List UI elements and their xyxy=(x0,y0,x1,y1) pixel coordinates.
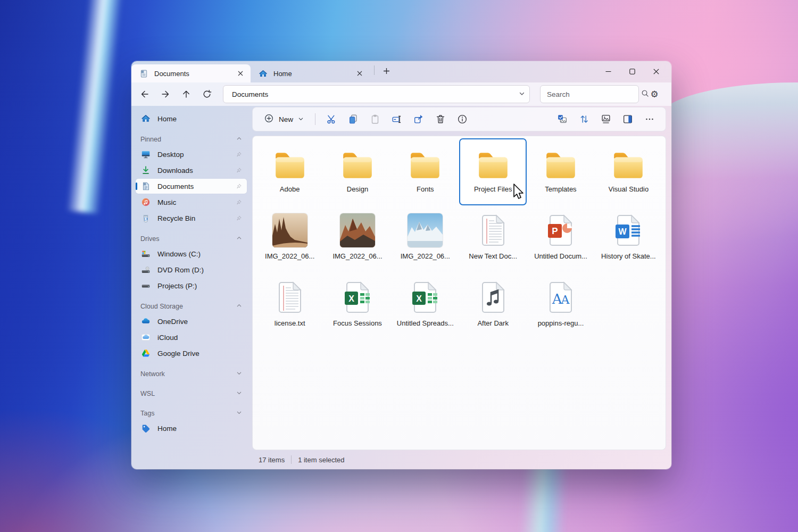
settings-button[interactable]: ⚙ xyxy=(645,85,664,103)
back-button[interactable] xyxy=(136,86,154,103)
more-button[interactable] xyxy=(639,110,660,128)
wallpaper-silver-wave xyxy=(659,82,798,487)
document-tab-icon xyxy=(139,69,149,79)
sidebar-item-icloud[interactable]: iCloud xyxy=(136,330,247,345)
minimize-button[interactable] xyxy=(596,62,620,80)
file-tile-text[interactable]: New Text Doc... xyxy=(459,205,527,272)
close-tab-icon[interactable] xyxy=(354,68,365,79)
close-button[interactable] xyxy=(644,62,668,80)
file-label: IMG_2022_06... xyxy=(265,252,314,260)
address-bar[interactable] xyxy=(223,85,530,103)
file-tile-folder[interactable]: Design xyxy=(323,138,391,205)
file-tile-image[interactable]: IMG_2022_06... xyxy=(392,205,459,272)
share-button[interactable] xyxy=(408,110,429,128)
sidebar-section-network[interactable]: Network xyxy=(136,368,247,380)
main-area: Home Pinned Desktop Downloads xyxy=(131,106,671,469)
content-column: New xyxy=(251,106,671,469)
file-tile-excel[interactable]: X Focus Sessions xyxy=(323,272,391,339)
file-tile-folder[interactable]: Templates xyxy=(527,138,594,205)
sidebar-item-projects-p[interactable]: Projects (P:) xyxy=(136,278,247,293)
chevron-down-icon xyxy=(236,410,242,417)
tab-documents[interactable]: Documents xyxy=(131,64,251,82)
close-tab-icon[interactable] xyxy=(235,68,246,79)
image-thumbnail-snow xyxy=(408,213,443,247)
new-tab-button[interactable] xyxy=(379,63,394,78)
delete-button[interactable] xyxy=(430,110,451,128)
view-thumbnails-button[interactable] xyxy=(595,110,617,128)
powerpoint-file-icon: P xyxy=(545,212,576,247)
sidebar-item-dvd-d[interactable]: DVD Rom (D:) xyxy=(136,262,247,277)
paste-button[interactable] xyxy=(364,110,386,128)
icloud-icon xyxy=(140,332,151,343)
sidebar-item-tag-home[interactable]: Home xyxy=(136,421,247,436)
sidebar-item-label: Music xyxy=(157,198,228,206)
sidebar-item-home[interactable]: Home xyxy=(136,111,247,126)
chevron-down-icon xyxy=(236,370,242,378)
sidebar-item-onedrive[interactable]: OneDrive xyxy=(136,314,247,329)
tab-home[interactable]: Home xyxy=(251,64,370,82)
sidebar-item-label: Windows (C:) xyxy=(157,250,242,258)
copy-button[interactable] xyxy=(343,110,364,128)
sidebar-item-google-drive[interactable]: Google Drive xyxy=(136,346,247,361)
sidebar-section-wsl[interactable]: WSL xyxy=(136,387,247,400)
section-title: Tags xyxy=(140,410,154,417)
drive-windows-icon xyxy=(140,249,151,259)
sidebar-item-documents[interactable]: Documents xyxy=(136,179,247,194)
info-button[interactable] xyxy=(452,110,473,128)
chevron-down-icon[interactable] xyxy=(519,89,525,99)
file-tile-text[interactable]: license.txt xyxy=(256,272,323,339)
sidebar-item-windows-c[interactable]: Windows (C:) xyxy=(136,246,247,261)
file-tile-folder[interactable]: Fonts xyxy=(392,138,459,205)
select-button[interactable] xyxy=(552,110,573,128)
folder-icon xyxy=(408,145,443,180)
file-tile-word[interactable]: W History of Skate... xyxy=(595,205,662,272)
file-tile-folder[interactable]: Adobe xyxy=(256,138,323,205)
search-box[interactable] xyxy=(540,85,639,103)
text-file-icon xyxy=(478,212,509,247)
sidebar-section-drives[interactable]: Drives xyxy=(136,232,247,245)
file-label: IMG_2022_06... xyxy=(401,252,450,260)
file-tile-font[interactable]: AA poppins-regu... xyxy=(527,272,594,339)
desktop-icon xyxy=(140,149,151,160)
file-label: poppins-regu... xyxy=(538,319,584,327)
file-tile-folder[interactable]: Visual Studio xyxy=(595,138,662,205)
file-tile-folder-selected[interactable]: Project Files xyxy=(459,138,527,205)
sidebar-section-tags[interactable]: Tags xyxy=(136,407,247,420)
excel-file-icon: X xyxy=(410,279,440,314)
refresh-button[interactable] xyxy=(198,86,216,103)
sidebar-item-desktop[interactable]: Desktop xyxy=(136,147,247,162)
folder-icon xyxy=(543,145,578,180)
pin-icon xyxy=(235,199,242,206)
file-tile-image[interactable]: IMG_2022_06... xyxy=(323,205,391,272)
file-tile-audio[interactable]: After Dark xyxy=(459,272,527,339)
sidebar-section-pinned[interactable]: Pinned xyxy=(136,133,247,146)
section-title: Cloud Storage xyxy=(140,303,183,310)
file-label: license.txt xyxy=(275,319,305,327)
folder-icon xyxy=(272,145,307,180)
sidebar-section-cloud-storage[interactable]: Cloud Storage xyxy=(136,300,247,313)
new-button[interactable]: New xyxy=(258,110,310,128)
file-label: IMG_2022_06... xyxy=(332,252,382,260)
sort-button[interactable] xyxy=(573,110,595,128)
file-tile-powerpoint[interactable]: P Untitled Docum... xyxy=(527,205,594,272)
folder-icon xyxy=(611,145,646,180)
toolbar: New xyxy=(252,107,666,131)
file-tile-image[interactable]: IMG_2022_06... xyxy=(256,205,323,272)
file-tile-excel[interactable]: X Untitled Spreads... xyxy=(392,272,459,339)
address-input[interactable] xyxy=(232,90,519,98)
svg-text:X: X xyxy=(416,294,422,303)
google-drive-icon xyxy=(140,348,151,359)
sidebar-item-downloads[interactable]: Downloads xyxy=(136,163,247,178)
maximize-button[interactable] xyxy=(620,62,644,80)
rename-button[interactable] xyxy=(386,110,408,128)
sidebar-item-recycle-bin[interactable]: Recycle Bin xyxy=(136,211,247,226)
forward-button[interactable] xyxy=(156,86,174,103)
up-button[interactable] xyxy=(177,86,195,103)
pin-icon xyxy=(235,215,242,222)
search-input[interactable] xyxy=(547,90,641,98)
home-tab-icon xyxy=(258,69,268,79)
details-pane-button[interactable] xyxy=(617,110,638,128)
sidebar-item-music[interactable]: Music xyxy=(136,195,247,210)
cut-button[interactable] xyxy=(321,110,342,128)
file-label: After Dark xyxy=(477,319,509,327)
